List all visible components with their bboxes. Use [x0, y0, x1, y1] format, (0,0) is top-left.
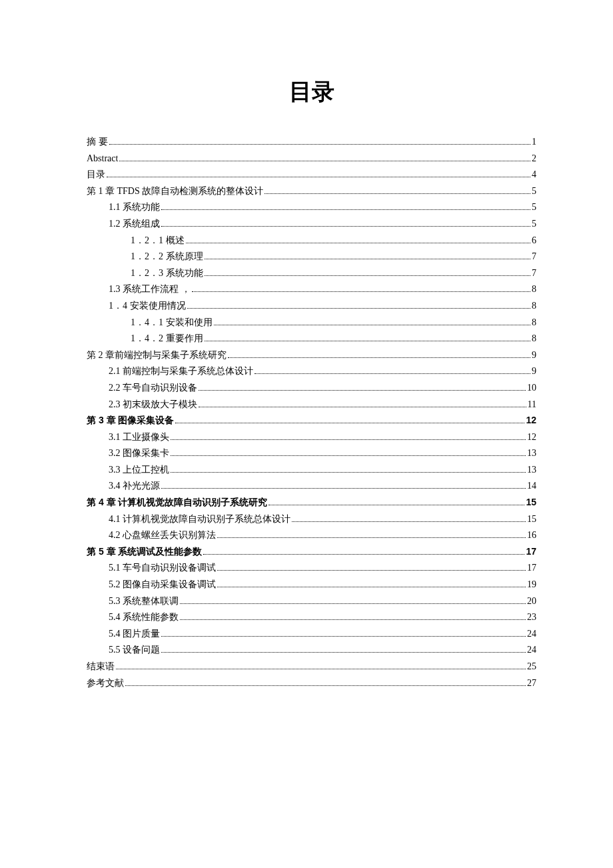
toc-leader-dots: [119, 153, 530, 161]
toc-entry-page: 27: [527, 675, 536, 691]
toc-entry-label: 第 3 章 图像采集设备: [87, 413, 174, 428]
toc-entry-label: 参考文献: [87, 675, 124, 691]
toc-entry: 1．2．2 系统原理7: [87, 249, 536, 264]
toc-entry: 第 3 章 图像采集设备12: [87, 413, 536, 428]
toc-entry-label: 1．4 安装使用情况: [109, 298, 186, 313]
toc-entry: 1．2．3 系统功能7: [87, 265, 536, 281]
toc-entry-page: 17: [526, 544, 536, 559]
toc-leader-dots: [180, 596, 526, 603]
toc-leader-dots: [125, 678, 526, 685]
toc-entry-label: 5.5 设备问题: [109, 642, 160, 657]
toc-entry: 摘 要1: [87, 134, 536, 149]
toc-leader-dots: [161, 203, 530, 210]
toc-entry-label: 第 1 章 TFDS 故障自动检测系统的整体设计: [87, 183, 263, 199]
table-of-contents: 摘 要1Abstract2目录4第 1 章 TFDS 故障自动检测系统的整体设计…: [87, 134, 536, 691]
toc-entry-label: 第 5 章 系统调试及性能参数: [87, 544, 202, 559]
toc-entry-label: 2.3 初末级放大子模块: [109, 397, 197, 412]
toc-entry: 3.3 上位工控机13: [87, 462, 536, 477]
toc-entry: 参考文献27: [87, 675, 536, 691]
toc-entry: 5.5 设备问题24: [87, 642, 536, 657]
toc-leader-dots: [116, 662, 526, 669]
toc-entry-page: 13: [527, 445, 536, 461]
toc-leader-dots: [199, 399, 526, 407]
toc-entry-label: 5.4 系统性能参数: [109, 609, 179, 625]
toc-leader-dots: [217, 563, 526, 571]
toc-entry-label: 1．2．1 概述: [131, 233, 185, 248]
toc-entry-label: 1．2．2 系统原理: [131, 249, 203, 264]
toc-entry-page: 4: [532, 167, 536, 182]
toc-entry: 3.4 补光光源14: [87, 478, 536, 493]
toc-entry-label: 1.2 系统组成: [109, 216, 160, 231]
toc-entry-label: 目录: [87, 167, 105, 182]
toc-entry-page: 15: [526, 495, 536, 510]
toc-entry: 5.4 系统性能参数23: [87, 609, 536, 625]
toc-leader-dots: [161, 219, 530, 227]
toc-leader-dots: [175, 416, 524, 423]
toc-entry-page: 8: [532, 298, 536, 313]
toc-entry-label: 5.4 图片质量: [109, 626, 160, 641]
toc-entry-page: 2: [532, 151, 536, 166]
toc-entry-page: 5: [532, 199, 536, 215]
toc-entry-label: Abstract: [87, 151, 118, 166]
toc-leader-dots: [265, 187, 530, 194]
toc-entry: 4.1 计算机视觉故障自动识别子系统总体设计15: [87, 511, 536, 527]
toc-entry: 第 4 章 计算机视觉故障自动识别子系统研究15: [87, 495, 536, 510]
toc-entry: 第 1 章 TFDS 故障自动检测系统的整体设计5: [87, 183, 536, 199]
toc-entry-page: 20: [527, 593, 536, 609]
toc-entry-page: 23: [527, 609, 536, 625]
toc-entry: 2.3 初末级放大子模块11: [87, 397, 536, 412]
toc-entry: 4.2 心盘螺丝丢失识别算法16: [87, 527, 536, 543]
page-title: 目录: [87, 77, 536, 107]
toc-entry: Abstract2: [87, 151, 536, 166]
toc-leader-dots: [186, 235, 531, 243]
toc-entry-page: 6: [532, 233, 536, 248]
toc-entry-label: 5.3 系统整体联调: [109, 593, 179, 609]
toc-entry: 1．2．1 概述6: [87, 233, 536, 248]
toc-entry: 5.1 车号自动识别设备调试17: [87, 560, 536, 575]
toc-entry: 第 2 章前端控制与采集子系统研究9: [87, 347, 536, 363]
toc-entry-page: 24: [527, 626, 536, 641]
toc-entry-label: 3.3 上位工控机: [109, 462, 169, 477]
toc-leader-dots: [199, 383, 526, 391]
toc-leader-dots: [109, 137, 531, 145]
toc-leader-dots: [205, 334, 531, 341]
toc-entry: 1．4．2 重要作用8: [87, 331, 536, 346]
toc-entry-label: 摘 要: [87, 134, 108, 149]
toc-leader-dots: [205, 269, 531, 276]
toc-entry-page: 16: [527, 527, 536, 543]
toc-entry-label: 3.1 工业摄像头: [109, 429, 169, 445]
toc-leader-dots: [107, 170, 530, 177]
toc-entry: 5.3 系统整体联调20: [87, 593, 536, 609]
toc-entry-label: 4.1 计算机视觉故障自动识别子系统总体设计: [109, 511, 291, 527]
toc-entry-label: 1．2．3 系统功能: [131, 265, 203, 281]
toc-entry-label: 3.2 图像采集卡: [109, 445, 169, 461]
toc-entry: 结束语25: [87, 659, 536, 674]
toc-entry-label: 5.2 图像自动采集设备调试: [109, 577, 216, 592]
toc-leader-dots: [269, 498, 524, 505]
toc-entry-page: 5: [532, 216, 536, 231]
toc-entry-label: 结束语: [87, 659, 115, 674]
toc-entry: 1．4 安装使用情况8: [87, 298, 536, 313]
toc-entry-label: 1.3 系统工作流程 ，: [109, 281, 191, 297]
toc-entry-page: 14: [527, 478, 536, 493]
toc-entry: 1.3 系统工作流程 ，8: [87, 281, 536, 297]
toc-entry-page: 12: [526, 413, 536, 428]
toc-entry-page: 5: [532, 183, 536, 199]
toc-leader-dots: [203, 547, 524, 555]
toc-entry: 3.1 工业摄像头12: [87, 429, 536, 445]
toc-leader-dots: [192, 285, 531, 292]
toc-entry: 1.1 系统功能5: [87, 199, 536, 215]
toc-entry-page: 7: [532, 265, 536, 281]
toc-leader-dots: [171, 433, 526, 440]
toc-entry-page: 8: [532, 331, 536, 346]
toc-entry-label: 3.4 补光光源: [109, 478, 160, 493]
toc-entry: 第 5 章 系统调试及性能参数17: [87, 544, 536, 559]
toc-entry-label: 1．4．2 重要作用: [131, 331, 203, 346]
toc-entry: 2.2 车号自动识别设备10: [87, 380, 536, 395]
toc-entry: 1．4．1 安装和使用8: [87, 315, 536, 330]
toc-entry-page: 19: [527, 577, 536, 592]
toc-entry-page: 17: [527, 560, 536, 575]
toc-entry-page: 12: [527, 429, 536, 445]
toc-entry-label: 5.1 车号自动识别设备调试: [109, 560, 216, 575]
toc-leader-dots: [171, 465, 526, 473]
